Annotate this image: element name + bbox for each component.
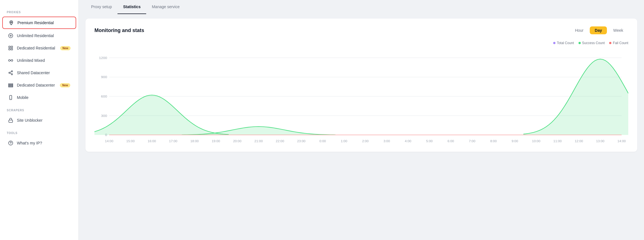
svg-text:22:00: 22:00 [276,139,284,142]
infinity-icon [8,58,13,63]
svg-text:1:00: 1:00 [341,139,347,142]
sidebar-item-premium-residential[interactable]: Premium Residential [2,17,76,29]
svg-rect-14 [9,86,13,87]
chart-fill-area [94,95,229,135]
badge-new: New [60,46,71,50]
sidebar-item-label: Unlimited Residential [17,33,54,38]
card-header: Monitoring and stats HourDayWeek [94,26,628,34]
svg-line-10 [10,73,11,74]
svg-text:14:00: 14:00 [105,139,113,142]
globe-question-icon [8,140,13,146]
sidebar-item-label: What's my IP? [17,141,42,145]
legend-label: Total Count [557,41,574,45]
svg-text:15:00: 15:00 [126,139,135,142]
svg-text:2:00: 2:00 [362,139,369,142]
legend-label: Fail Count [613,41,628,45]
sidebar-item-label: Site Unblocker [17,118,42,123]
svg-rect-12 [9,84,13,85]
sidebar-item-label: Dedicated Residential [17,46,55,50]
sidebar-item-label: Mobile [17,95,28,100]
svg-text:5:00: 5:00 [426,139,433,142]
svg-text:10:00: 10:00 [532,139,541,142]
sidebar-item-shared-datacenter[interactable]: Shared Datacenter [2,67,76,78]
lock-icon [8,117,13,123]
svg-rect-6 [11,49,13,50]
sidebar-item-unlimited-mixed[interactable]: Unlimited Mixed [2,55,76,66]
legend-dot [609,42,611,44]
svg-text:20:00: 20:00 [233,139,241,142]
legend-dot [579,42,581,44]
badge-new: New [60,83,70,87]
svg-point-0 [11,22,12,23]
sidebar-item-label: Shared Datacenter [17,71,50,75]
svg-text:900: 900 [101,75,107,79]
sidebar-item-mobile[interactable]: Mobile [2,92,76,103]
svg-rect-13 [9,85,13,86]
svg-rect-5 [9,49,10,50]
sidebar-section-label: PROXIES [0,6,78,16]
sidebar-item-label: Unlimited Mixed [17,58,45,63]
chart-wrapper: 0300600900120014:0015:0016:0017:0018:001… [94,48,628,144]
grid-square-icon [8,45,13,51]
svg-text:17:00: 17:00 [169,139,177,142]
sidebar-item-label: Premium Residential [17,21,54,25]
sidebar-item-dedicated-residential[interactable]: Dedicated ResidentialNew [2,42,76,54]
time-filter-hour[interactable]: Hour [570,26,588,34]
sidebar-item-label: Dedicated Datacenter [17,83,55,87]
grid-rect-icon [8,82,13,88]
chart-fill-area [523,59,628,135]
sidebar-item-unlimited-residential[interactable]: Unlimited Residential [2,30,76,41]
svg-text:4:00: 4:00 [405,139,411,142]
card-title: Monitoring and stats [94,28,144,33]
svg-rect-4 [11,46,13,47]
svg-text:1200: 1200 [99,56,107,60]
chart-legend: Total CountSuccess CountFail Count [94,41,628,45]
time-filters: HourDayWeek [570,26,628,34]
svg-text:14:00: 14:00 [617,139,626,142]
svg-text:8:00: 8:00 [490,139,497,142]
svg-text:7:00: 7:00 [469,139,475,142]
svg-text:0:00: 0:00 [319,139,326,142]
chart-svg: 0300600900120014:0015:0016:0017:0018:001… [94,48,628,144]
svg-point-2 [10,35,12,37]
legend-item: Total Count [553,41,574,45]
svg-text:11:00: 11:00 [553,139,562,142]
svg-text:23:00: 23:00 [297,139,306,142]
svg-rect-3 [9,46,10,47]
sidebar-item-site-unblocker[interactable]: Site Unblocker [2,115,76,126]
svg-line-11 [10,72,11,73]
tab-statistics[interactable]: Statistics [117,0,146,14]
svg-text:6:00: 6:00 [448,139,454,142]
svg-text:12:00: 12:00 [575,139,583,142]
svg-text:300: 300 [101,114,107,117]
legend-item: Fail Count [609,41,628,45]
location-pin-icon [8,20,14,26]
sidebar: PROXIESPremium ResidentialUnlimited Resi… [0,0,79,240]
svg-text:16:00: 16:00 [148,139,156,142]
tabs-bar: Proxy setupStatisticsManage service [79,0,644,14]
svg-text:13:00: 13:00 [596,139,604,142]
svg-text:19:00: 19:00 [212,139,220,142]
sidebar-item-dedicated-datacenter[interactable]: Dedicated DatacenterNew [2,80,76,91]
svg-text:21:00: 21:00 [254,139,263,142]
legend-label: Success Count [582,41,605,45]
legend-item: Success Count [579,41,605,45]
svg-text:9:00: 9:00 [512,139,518,142]
content-area: Monitoring and stats HourDayWeek Total C… [79,14,644,240]
legend-dot [553,42,555,44]
tab-manage-service[interactable]: Manage service [146,0,185,14]
mobile-icon [8,95,13,100]
svg-rect-17 [9,120,13,122]
svg-text:3:00: 3:00 [383,139,390,142]
monitoring-card: Monitoring and stats HourDayWeek Total C… [85,19,637,152]
time-filter-week[interactable]: Week [608,26,628,34]
tab-proxy-setup[interactable]: Proxy setup [85,0,117,14]
svg-point-1 [9,34,13,38]
sidebar-section-label: SCRAPERS [0,104,78,114]
time-filter-day[interactable]: Day [590,26,607,34]
main-content: Proxy setupStatisticsManage service Moni… [79,0,644,240]
svg-text:18:00: 18:00 [190,139,199,142]
svg-text:600: 600 [101,95,107,98]
sidebar-item-whats-my-ip[interactable]: What's my IP? [2,137,76,149]
share-nodes-icon [8,70,13,76]
